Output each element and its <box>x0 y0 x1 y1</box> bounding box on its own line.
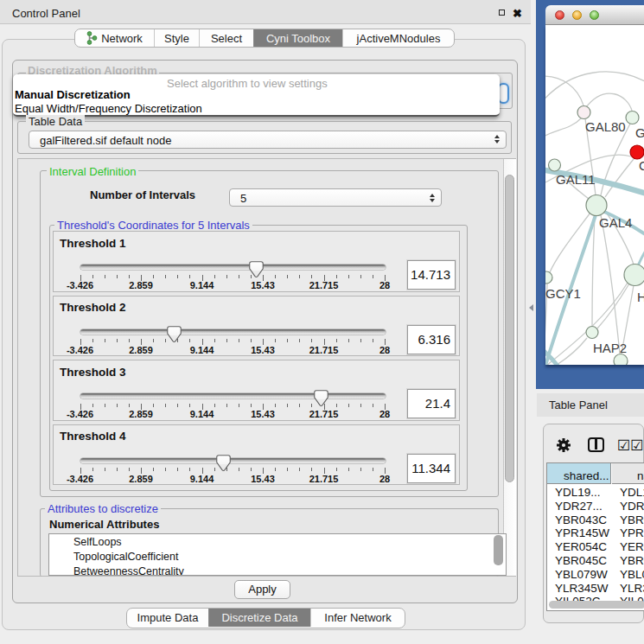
svg-text:HAP2: HAP2 <box>593 341 627 355</box>
svg-text:GAL11: GAL11 <box>556 172 596 187</box>
svg-text:HA: HA <box>637 290 644 304</box>
svg-text:GCY1: GCY1 <box>545 286 581 301</box>
svg-text:GAL4: GAL4 <box>599 215 632 230</box>
svg-text:GAL: GAL <box>635 125 644 140</box>
svg-text:G: G <box>639 158 644 173</box>
svg-text:GAL80: GAL80 <box>585 119 626 134</box>
